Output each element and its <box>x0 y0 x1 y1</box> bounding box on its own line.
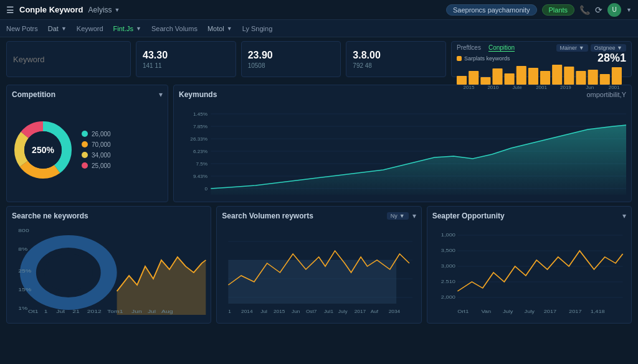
svg-rect-1 <box>469 71 478 85</box>
svg-rect-7 <box>540 71 550 85</box>
mini-bar-chart-svg <box>457 65 626 85</box>
bottom-right-arrow[interactable]: ▾ <box>622 212 626 220</box>
bar-chart-header: Preftlces Conpition Mainer ▼ Ostgnee ▼ <box>457 44 626 52</box>
search-pill-button[interactable]: Saeproncs paychamonity <box>446 4 537 16</box>
toolbar-item-new-potrs[interactable]: New Potrs <box>6 25 38 32</box>
toolbar-item-search-volums[interactable]: Search Volums <box>151 25 198 32</box>
bottom-mid-arrow[interactable]: ▾ <box>412 212 416 220</box>
bottom-row: Searche ne keywords 800 8% 25% 15% 1% Ot… <box>0 206 638 327</box>
toolbar-item-dat[interactable]: Dat ▼ <box>48 25 67 32</box>
bottom-right-svg: 1,000 3,500 3,000 2.510 2,000 Ort1 Van J… <box>432 223 626 315</box>
svg-rect-6 <box>528 68 538 85</box>
legend-marker-2 <box>82 152 88 158</box>
svg-text:2017: 2017 <box>355 309 366 314</box>
plants-button[interactable]: Plants <box>542 4 575 16</box>
legend-marker-3 <box>82 162 88 169</box>
svg-text:2,000: 2,000 <box>440 294 455 300</box>
phone-icon[interactable]: 📞 <box>579 5 590 15</box>
filter-arrow: ▼ <box>399 213 405 219</box>
user-dropdown-arrow[interactable]: ▼ <box>626 7 632 13</box>
svg-rect-8 <box>552 65 562 85</box>
bar-year-5: Jun <box>578 85 602 90</box>
svg-text:6.23%: 6.23% <box>193 149 207 154</box>
svg-text:2034: 2034 <box>389 309 401 314</box>
toolbar-item-motol[interactable]: Motol ▼ <box>207 25 232 32</box>
filter-tag[interactable]: Ny ▼ <box>387 212 409 220</box>
share-icon[interactable]: ⟳ <box>595 5 602 15</box>
svg-text:2017: 2017 <box>543 309 556 314</box>
metrics-row: 43.30 141 11 23.90 10508 3.8.00 792 48 P… <box>0 37 638 81</box>
svg-text:800: 800 <box>18 228 29 233</box>
metric-value-3: 3.8.00 <box>353 50 439 61</box>
tab-preftlces[interactable]: Preftlces <box>457 44 481 52</box>
fintjs-arrow[interactable]: ▼ <box>136 26 141 32</box>
metric-card-1: 43.30 141 11 <box>136 41 236 77</box>
competition-title: Competition <box>12 90 55 99</box>
svg-text:July: July <box>524 309 535 314</box>
ctrl-ostgnee[interactable]: Ostgnee ▼ <box>591 44 626 52</box>
svg-text:2017: 2017 <box>569 309 582 314</box>
svg-text:Jul: Jul <box>148 309 156 314</box>
svg-text:1,418: 1,418 <box>590 309 604 314</box>
filter-label: Ny <box>391 213 398 219</box>
svg-rect-4 <box>505 73 515 85</box>
metric-sub-1: 141 11 <box>143 62 229 69</box>
ctrl-mainer[interactable]: Mainer ▼ <box>556 44 588 52</box>
donut-wrapper: 250% <box>12 119 74 181</box>
hamburger-icon[interactable]: ☰ <box>6 5 14 15</box>
bottom-mid-svg: 1 2014 Jul 2015 Jun Ost7 Jul1 July 2017 … <box>222 223 416 315</box>
bottom-panel-right: Seapter Opportunity ▾ 1,000 3,500 3,000 … <box>427 206 632 324</box>
tab-conpition[interactable]: Conpition <box>488 44 515 52</box>
metric-value-1: 43.30 <box>143 50 229 61</box>
svg-text:Jun: Jun <box>131 309 142 314</box>
bottom-left-title: Searche ne keywords <box>12 212 88 220</box>
dat-arrow[interactable]: ▼ <box>61 26 67 32</box>
svg-text:9.43%: 9.43% <box>193 174 207 179</box>
area-chart-svg: 1.45% 7.85% 26.33% 6.23% 7.5% 9.43% 0 <box>179 101 626 195</box>
motol-arrow[interactable]: ▼ <box>227 26 232 32</box>
svg-rect-0 <box>457 76 467 85</box>
svg-text:26.33%: 26.33% <box>190 136 207 142</box>
competition-arrow[interactable]: ▾ <box>159 90 163 99</box>
area-title: Keymunds <box>179 90 217 99</box>
legend-label-1: 70,000 <box>92 141 111 148</box>
toolbar: New Potrs Dat ▼ Keyword Fint.Js ▼ Search… <box>0 20 638 37</box>
competition-header: Competition ▾ <box>12 90 163 99</box>
legend-label-3: 25,000 <box>92 162 111 169</box>
toolbar-item-ly-snging[interactable]: Ly Snging <box>242 25 273 32</box>
bottom-panel-right-header: Seapter Opportunity ▾ <box>432 212 626 220</box>
donut-center-value: 250% <box>32 145 54 155</box>
donut-container: 250% 26,000 70,000 34,000 25,000 <box>12 103 163 197</box>
metric-value-2: 23.90 <box>248 50 335 61</box>
bar-year-0: 2015 <box>457 85 481 90</box>
bottom-panel-mid: Search Volumen reyworts Ny ▼ ▾ <box>216 206 421 324</box>
header-nav: Aelyiss ▼ <box>88 6 120 14</box>
svg-text:Jul1: Jul1 <box>324 309 334 314</box>
toolbar-item-keyword[interactable]: Keyword <box>77 25 103 32</box>
bar-big-value: 28%1 <box>598 52 626 65</box>
svg-rect-13 <box>612 67 622 85</box>
svg-text:1%: 1% <box>18 306 27 311</box>
toolbar-item-fintjs[interactable]: Fint.Js ▼ <box>113 25 141 32</box>
keyword-input[interactable] <box>13 55 124 64</box>
svg-text:1,000: 1,000 <box>440 232 455 238</box>
header-right: Saeproncs paychamonity Plants 📞 ⟳ U ▼ <box>446 3 632 17</box>
bar-chart-controls: Mainer ▼ Ostgnee ▼ <box>556 44 626 52</box>
bar-chart-mini: Preftlces Conpition Mainer ▼ Ostgnee ▼ S… <box>451 41 632 77</box>
svg-rect-2 <box>480 77 490 85</box>
nav-dropdown-arrow[interactable]: ▼ <box>115 7 120 13</box>
legend-item-3: 25,000 <box>82 162 111 169</box>
nav-item-analysis[interactable]: Aelyiss <box>88 6 112 14</box>
svg-text:2014: 2014 <box>241 309 253 314</box>
avatar[interactable]: U <box>607 3 621 17</box>
svg-text:21: 21 <box>72 309 80 314</box>
metric-sub-2: 10508 <box>248 62 335 69</box>
svg-text:Jul: Jul <box>261 309 268 314</box>
legend-label-0: 26,000 <box>92 131 111 138</box>
svg-text:0: 0 <box>205 186 208 192</box>
svg-text:3,500: 3,500 <box>440 248 455 253</box>
app-title: Conple Keyword <box>19 5 83 14</box>
keyword-card <box>6 41 131 77</box>
svg-text:Jut: Jut <box>56 309 65 314</box>
area-panel: Keymunds omportibilit,Y <box>173 85 632 202</box>
